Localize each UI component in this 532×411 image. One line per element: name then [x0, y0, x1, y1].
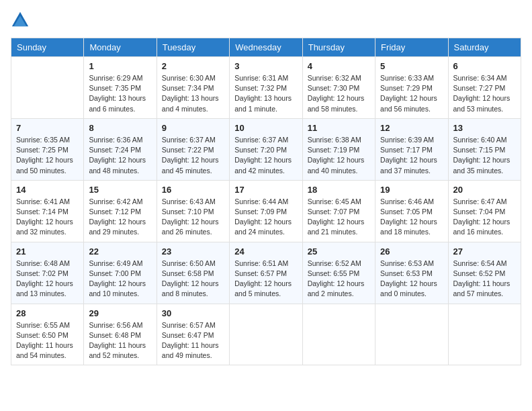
calendar-cell: 9Sunrise: 6:37 AM Sunset: 7:22 PM Daylig… [157, 118, 229, 180]
calendar-cell: 1Sunrise: 6:29 AM Sunset: 7:35 PM Daylig… [84, 57, 157, 119]
day-info: Sunrise: 6:50 AM Sunset: 6:58 PM Dayligh… [162, 259, 224, 300]
day-number: 4 [308, 61, 370, 71]
calendar-cell: 13Sunrise: 6:40 AM Sunset: 7:15 PM Dayli… [448, 118, 521, 180]
day-number: 17 [234, 185, 297, 195]
calendar-cell: 28Sunrise: 6:55 AM Sunset: 6:50 PM Dayli… [11, 304, 84, 365]
day-header-sunday: Sunday [11, 38, 84, 57]
day-info: Sunrise: 6:37 AM Sunset: 7:22 PM Dayligh… [162, 135, 224, 176]
day-info: Sunrise: 6:45 AM Sunset: 7:07 PM Dayligh… [308, 197, 370, 238]
day-number: 20 [453, 185, 516, 195]
day-header-wednesday: Wednesday [230, 38, 302, 57]
calendar-cell: 14Sunrise: 6:41 AM Sunset: 7:14 PM Dayli… [11, 180, 84, 242]
day-number: 5 [380, 61, 443, 71]
calendar-week-row: 21Sunrise: 6:48 AM Sunset: 7:02 PM Dayli… [11, 242, 521, 304]
calendar-week-row: 1Sunrise: 6:29 AM Sunset: 7:35 PM Daylig… [11, 57, 521, 119]
day-number: 15 [89, 185, 151, 195]
day-header-friday: Friday [375, 38, 448, 57]
day-info: Sunrise: 6:49 AM Sunset: 7:00 PM Dayligh… [89, 259, 151, 300]
calendar-week-row: 7Sunrise: 6:35 AM Sunset: 7:25 PM Daylig… [11, 118, 521, 180]
day-info: Sunrise: 6:44 AM Sunset: 7:09 PM Dayligh… [234, 197, 297, 238]
day-info: Sunrise: 6:37 AM Sunset: 7:20 PM Dayligh… [234, 135, 297, 176]
day-number: 18 [308, 185, 370, 195]
calendar-week-row: 14Sunrise: 6:41 AM Sunset: 7:14 PM Dayli… [11, 180, 521, 242]
day-info: Sunrise: 6:56 AM Sunset: 6:48 PM Dayligh… [89, 320, 151, 361]
day-info: Sunrise: 6:41 AM Sunset: 7:14 PM Dayligh… [16, 197, 79, 238]
day-number: 16 [162, 185, 224, 195]
calendar-table: SundayMondayTuesdayWednesdayThursdayFrid… [11, 38, 521, 365]
day-header-saturday: Saturday [448, 38, 521, 57]
day-number: 9 [162, 123, 224, 133]
calendar-cell: 21Sunrise: 6:48 AM Sunset: 7:02 PM Dayli… [11, 242, 84, 304]
day-header-thursday: Thursday [302, 38, 375, 57]
day-number: 24 [234, 246, 297, 257]
day-info: Sunrise: 6:39 AM Sunset: 7:17 PM Dayligh… [380, 135, 443, 176]
day-info: Sunrise: 6:34 AM Sunset: 7:27 PM Dayligh… [453, 73, 516, 114]
day-number: 2 [162, 61, 224, 71]
day-info: Sunrise: 6:53 AM Sunset: 6:53 PM Dayligh… [380, 259, 443, 300]
calendar-cell: 17Sunrise: 6:44 AM Sunset: 7:09 PM Dayli… [230, 180, 302, 242]
day-info: Sunrise: 6:35 AM Sunset: 7:25 PM Dayligh… [16, 135, 79, 176]
day-info: Sunrise: 6:46 AM Sunset: 7:05 PM Dayligh… [380, 197, 443, 238]
day-info: Sunrise: 6:32 AM Sunset: 7:30 PM Dayligh… [308, 73, 370, 114]
calendar-cell: 26Sunrise: 6:53 AM Sunset: 6:53 PM Dayli… [375, 242, 448, 304]
day-info: Sunrise: 6:30 AM Sunset: 7:34 PM Dayligh… [162, 73, 224, 114]
day-number: 3 [234, 61, 297, 71]
day-info: Sunrise: 6:51 AM Sunset: 6:57 PM Dayligh… [234, 259, 297, 300]
calendar-header-row: SundayMondayTuesdayWednesdayThursdayFrid… [11, 38, 521, 57]
day-info: Sunrise: 6:38 AM Sunset: 7:19 PM Dayligh… [308, 135, 370, 176]
day-number: 27 [453, 246, 516, 257]
day-number: 13 [453, 123, 516, 133]
day-number: 8 [89, 123, 151, 133]
day-info: Sunrise: 6:33 AM Sunset: 7:29 PM Dayligh… [380, 73, 443, 114]
day-info: Sunrise: 6:54 AM Sunset: 6:52 PM Dayligh… [453, 259, 516, 300]
calendar-cell: 22Sunrise: 6:49 AM Sunset: 7:00 PM Dayli… [84, 242, 157, 304]
day-info: Sunrise: 6:57 AM Sunset: 6:47 PM Dayligh… [162, 320, 224, 361]
calendar-cell: 23Sunrise: 6:50 AM Sunset: 6:58 PM Dayli… [157, 242, 229, 304]
calendar-cell [11, 57, 84, 119]
day-number: 25 [308, 246, 370, 257]
day-number: 11 [308, 123, 370, 133]
day-info: Sunrise: 6:48 AM Sunset: 7:02 PM Dayligh… [16, 259, 79, 300]
day-number: 19 [380, 185, 443, 195]
calendar-cell [448, 304, 521, 365]
calendar-cell: 5Sunrise: 6:33 AM Sunset: 7:29 PM Daylig… [375, 57, 448, 119]
day-info: Sunrise: 6:55 AM Sunset: 6:50 PM Dayligh… [16, 320, 79, 361]
calendar-cell: 3Sunrise: 6:31 AM Sunset: 7:32 PM Daylig… [230, 57, 302, 119]
calendar-cell: 29Sunrise: 6:56 AM Sunset: 6:48 PM Dayli… [84, 304, 157, 365]
calendar-cell: 4Sunrise: 6:32 AM Sunset: 7:30 PM Daylig… [302, 57, 375, 119]
calendar-cell: 8Sunrise: 6:36 AM Sunset: 7:24 PM Daylig… [84, 118, 157, 180]
day-number: 22 [89, 246, 151, 257]
day-number: 29 [89, 308, 151, 318]
calendar-cell [375, 304, 448, 365]
logo-icon [11, 11, 30, 30]
day-number: 10 [234, 123, 297, 133]
day-info: Sunrise: 6:43 AM Sunset: 7:10 PM Dayligh… [162, 197, 224, 238]
calendar-cell: 25Sunrise: 6:52 AM Sunset: 6:55 PM Dayli… [302, 242, 375, 304]
calendar-cell: 7Sunrise: 6:35 AM Sunset: 7:25 PM Daylig… [11, 118, 84, 180]
calendar-cell: 16Sunrise: 6:43 AM Sunset: 7:10 PM Dayli… [157, 180, 229, 242]
day-info: Sunrise: 6:29 AM Sunset: 7:35 PM Dayligh… [89, 73, 151, 114]
day-number: 21 [16, 246, 79, 257]
calendar-cell: 24Sunrise: 6:51 AM Sunset: 6:57 PM Dayli… [230, 242, 302, 304]
calendar-cell: 10Sunrise: 6:37 AM Sunset: 7:20 PM Dayli… [230, 118, 302, 180]
calendar-cell: 6Sunrise: 6:34 AM Sunset: 7:27 PM Daylig… [448, 57, 521, 119]
day-number: 14 [16, 185, 79, 195]
calendar-week-row: 28Sunrise: 6:55 AM Sunset: 6:50 PM Dayli… [11, 304, 521, 365]
day-number: 6 [453, 61, 516, 71]
day-info: Sunrise: 6:42 AM Sunset: 7:12 PM Dayligh… [89, 197, 151, 238]
calendar-cell: 27Sunrise: 6:54 AM Sunset: 6:52 PM Dayli… [448, 242, 521, 304]
day-info: Sunrise: 6:40 AM Sunset: 7:15 PM Dayligh… [453, 135, 516, 176]
calendar-cell: 2Sunrise: 6:30 AM Sunset: 7:34 PM Daylig… [157, 57, 229, 119]
calendar-cell [230, 304, 302, 365]
calendar-cell: 20Sunrise: 6:47 AM Sunset: 7:04 PM Dayli… [448, 180, 521, 242]
day-header-monday: Monday [84, 38, 157, 57]
day-number: 30 [162, 308, 224, 318]
calendar-cell: 11Sunrise: 6:38 AM Sunset: 7:19 PM Dayli… [302, 118, 375, 180]
day-number: 26 [380, 246, 443, 257]
day-number: 28 [16, 308, 79, 318]
calendar-cell: 15Sunrise: 6:42 AM Sunset: 7:12 PM Dayli… [84, 180, 157, 242]
day-number: 1 [89, 61, 151, 71]
day-info: Sunrise: 6:31 AM Sunset: 7:32 PM Dayligh… [234, 73, 297, 114]
day-number: 23 [162, 246, 224, 257]
day-info: Sunrise: 6:47 AM Sunset: 7:04 PM Dayligh… [453, 197, 516, 238]
